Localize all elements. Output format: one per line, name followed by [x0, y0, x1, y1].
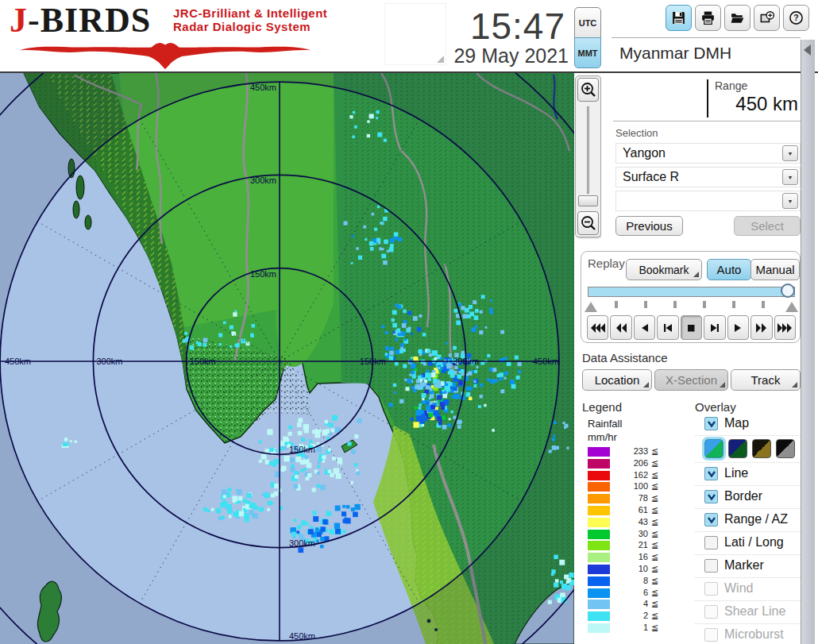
- print-button[interactable]: [695, 5, 721, 31]
- zoom-out-button[interactable]: [577, 211, 599, 235]
- checkbox[interactable]: [704, 628, 718, 642]
- stop-icon: [684, 323, 698, 333]
- data-assistance-label: Data Assistance: [582, 351, 668, 364]
- svg-text:450km: 450km: [5, 357, 31, 366]
- help-button[interactable]: ?: [783, 5, 809, 31]
- jbirds-app: J-BIRDS JRC-Brilliant & Intelligent Rada…: [0, 0, 818, 644]
- legend-operator: ≦: [651, 576, 658, 586]
- map-zoom-control: [575, 75, 601, 237]
- check-icon: [707, 516, 716, 524]
- step-forward-button[interactable]: [704, 315, 725, 340]
- radar-map[interactable]: 150km150km150km150km300km300km300km300km…: [0, 73, 574, 644]
- play-button[interactable]: [727, 315, 749, 340]
- checkbox[interactable]: [704, 513, 718, 526]
- fastest-forward-icon: [777, 323, 792, 333]
- map-style-swatch-1[interactable]: [704, 439, 723, 458]
- legend-value: 10: [615, 564, 648, 573]
- legend-row: 10 ≦: [588, 564, 675, 576]
- bookmark-button[interactable]: Bookmark: [626, 259, 702, 280]
- checkbox[interactable]: [704, 605, 718, 619]
- map-style-swatch-3[interactable]: [752, 439, 771, 458]
- check-icon: [707, 470, 716, 478]
- svg-text:?: ?: [793, 13, 798, 22]
- manual-button[interactable]: Manual: [750, 259, 800, 280]
- legend-row: 78 ≦: [588, 493, 675, 505]
- step-back-button[interactable]: [657, 315, 678, 340]
- product-dropdown[interactable]: Surface R ▼: [615, 167, 801, 187]
- stop-button[interactable]: [681, 315, 702, 340]
- legend-quantity: Rainfall: [588, 418, 622, 430]
- legend-operator: ≦: [651, 599, 658, 609]
- mmt-button[interactable]: MMT: [574, 37, 601, 68]
- zoom-in-button[interactable]: [577, 78, 599, 102]
- map-style-swatch-4[interactable]: [776, 439, 795, 458]
- jbirds-logo: J-BIRDS JRC-Brilliant & Intelligent Rada…: [6, 2, 324, 71]
- utc-button[interactable]: UTC: [574, 7, 601, 38]
- checkbox[interactable]: [704, 417, 718, 430]
- overlay-item-microburst: Microburst: [695, 624, 801, 644]
- track-button[interactable]: Track: [731, 369, 801, 391]
- overlay-item-label: Lati / Long: [724, 535, 784, 550]
- radar-map-area[interactable]: 150km150km150km150km300km300km300km300km…: [0, 73, 574, 644]
- site-dropdown[interactable]: Yangon ▼: [615, 143, 801, 164]
- chevron-down-icon[interactable]: ▼: [782, 193, 798, 209]
- map-style-swatch-2[interactable]: [728, 439, 747, 458]
- option-dropdown[interactable]: ▼: [615, 191, 801, 211]
- checkbox[interactable]: [704, 490, 718, 503]
- legend-unit: mm/hr: [588, 431, 617, 443]
- fast-forward-button[interactable]: [750, 315, 772, 340]
- collapse-panel-icon[interactable]: [804, 44, 811, 56]
- legend-swatch: [588, 588, 610, 598]
- checkbox[interactable]: [704, 536, 718, 550]
- legend-value: 16: [615, 552, 648, 561]
- capture-button[interactable]: [754, 5, 780, 31]
- chevron-down-icon[interactable]: ▼: [782, 145, 798, 161]
- svg-text:300km: 300km: [250, 175, 276, 185]
- replay-label: Replay: [588, 256, 625, 270]
- auto-button[interactable]: Auto: [707, 259, 751, 280]
- rewind-button[interactable]: [610, 315, 631, 340]
- overlay-item-label: Line: [724, 466, 748, 480]
- overlay-item-border: Border: [695, 486, 801, 509]
- fast-rewind-button[interactable]: [587, 315, 608, 340]
- legend-value: 21: [615, 540, 648, 550]
- play-reverse-button[interactable]: [634, 315, 655, 340]
- svg-text:150km: 150km: [289, 445, 315, 454]
- chevron-down-icon[interactable]: ▼: [782, 169, 798, 185]
- save-icon: [671, 10, 686, 25]
- legend-label: Legend: [582, 400, 622, 414]
- replay-slider-track[interactable]: [588, 287, 795, 297]
- slider-tick: [644, 301, 647, 308]
- legend-swatch: [588, 494, 610, 503]
- legend-row: 30 ≦: [588, 529, 675, 541]
- panel-scrollbar[interactable]: [801, 40, 815, 644]
- zoom-slider-track[interactable]: [587, 106, 589, 194]
- svg-text:150km: 150km: [190, 357, 216, 366]
- fastest-forward-button[interactable]: [774, 315, 796, 340]
- overlay-item-label: Map: [724, 416, 749, 430]
- clock-time: 15:47: [445, 5, 565, 48]
- checkbox[interactable]: [704, 559, 718, 573]
- step-forward-icon: [708, 323, 722, 333]
- location-button[interactable]: Location: [582, 369, 652, 391]
- check-icon: [707, 420, 716, 428]
- legend-value: 43: [615, 517, 648, 526]
- legend-value: 206: [615, 458, 648, 468]
- select-button[interactable]: Select: [734, 216, 801, 236]
- legend-row: 206 ≦: [588, 458, 675, 470]
- slider-start-marker[interactable]: [585, 302, 597, 312]
- legend-swatch: [588, 506, 610, 515]
- save-button[interactable]: [666, 5, 692, 31]
- zoom-slider-handle[interactable]: [578, 195, 598, 206]
- svg-text:300km: 300km: [96, 357, 122, 366]
- fast-forward-icon: [754, 323, 769, 333]
- previous-button[interactable]: Previous: [615, 216, 683, 236]
- checkbox[interactable]: [704, 467, 718, 480]
- replay-slider-handle[interactable]: [781, 283, 795, 298]
- slider-end-marker[interactable]: [785, 302, 798, 312]
- open-file-button[interactable]: [724, 5, 750, 31]
- overlay-item-label: Microburst: [724, 627, 784, 642]
- x-section-button[interactable]: X-Section: [654, 369, 728, 391]
- legend-operator: ≦: [651, 529, 658, 539]
- checkbox[interactable]: [704, 582, 718, 596]
